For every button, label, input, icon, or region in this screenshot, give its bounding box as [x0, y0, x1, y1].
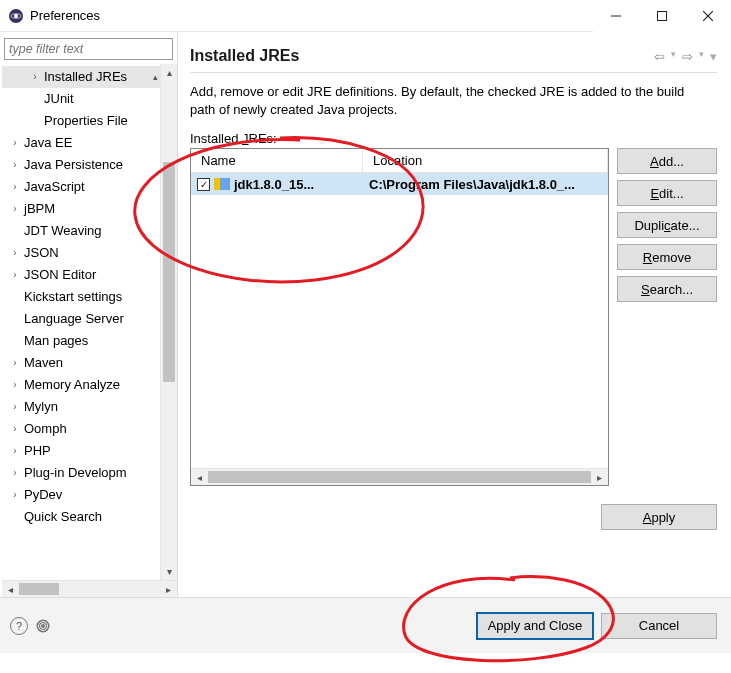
section-label: Installed JREs: — [190, 131, 717, 146]
help-icon[interactable]: ? — [10, 617, 28, 635]
cancel-button[interactable]: Cancel — [601, 613, 717, 639]
table-row[interactable]: ✓ jdk1.8.0_15... C:\Program Files\Java\j… — [191, 173, 608, 195]
scroll-thumb[interactable] — [208, 471, 591, 483]
tree-item-label: Oomph — [20, 418, 71, 440]
tree-item[interactable]: ›Maven — [2, 352, 160, 374]
svg-point-2 — [14, 14, 18, 18]
expand-caret-icon[interactable]: › — [10, 264, 20, 286]
tree-item[interactable]: ›PHP — [2, 440, 160, 462]
scroll-left-icon[interactable]: ◂ — [191, 472, 208, 483]
sidebar-hscrollbar[interactable]: ◂ ▸ — [2, 580, 177, 597]
expand-caret-icon[interactable]: › — [30, 66, 40, 88]
column-location[interactable]: Location — [363, 149, 608, 173]
scroll-right-icon[interactable]: ▸ — [160, 584, 177, 595]
tree-item-label: JSON — [20, 242, 63, 264]
tree-item[interactable]: Quick Search — [2, 506, 160, 528]
expand-caret-icon[interactable]: › — [10, 198, 20, 220]
tree-item-label: jBPM — [20, 198, 59, 220]
title-bar: Preferences — [0, 0, 731, 32]
nav-arrows: ⇦▾ ⇨▾ ▾ — [654, 49, 717, 64]
tree-item-label: Kickstart settings — [20, 286, 126, 308]
app-icon — [8, 8, 24, 24]
jre-name: jdk1.8.0_15... — [234, 177, 314, 192]
scroll-right-icon[interactable]: ▸ — [591, 472, 608, 483]
tree-item-label: JavaScript — [20, 176, 89, 198]
tree-item[interactable]: ›jBPM — [2, 198, 160, 220]
window-title: Preferences — [30, 8, 100, 23]
table-hscrollbar[interactable]: ◂ ▸ — [191, 468, 608, 485]
tree-item-label: Memory Analyze — [20, 374, 124, 396]
tree-item[interactable]: Man pages — [2, 330, 160, 352]
table-header: Name Location — [191, 149, 608, 173]
jdk-icon — [214, 178, 230, 190]
filter-input[interactable] — [4, 38, 173, 60]
tree-item-label: Java EE — [20, 132, 76, 154]
close-button[interactable] — [685, 0, 731, 32]
tree-item[interactable]: ›Installed JREs▴ — [2, 66, 160, 88]
search-button[interactable]: Search... — [617, 276, 717, 302]
expand-caret-icon[interactable]: › — [10, 418, 20, 440]
tree-item-label: PHP — [20, 440, 55, 462]
tree-item[interactable]: JUnit — [2, 88, 160, 110]
tree-item-label: JSON Editor — [20, 264, 100, 286]
back-icon[interactable]: ⇦ — [654, 49, 665, 64]
minimize-button[interactable] — [593, 0, 639, 32]
tree-item[interactable]: ›JSON Editor — [2, 264, 160, 286]
tree-item[interactable]: ›PyDev — [2, 484, 160, 506]
preferences-tree[interactable]: ›Installed JREs▴JUnitProperties File›Jav… — [2, 64, 160, 580]
tree-item-label: Language Server — [20, 308, 128, 330]
tree-item[interactable]: ›Java Persistence — [2, 154, 160, 176]
tree-item[interactable]: Language Server — [2, 308, 160, 330]
expand-caret-icon[interactable]: › — [10, 396, 20, 418]
expand-caret-icon[interactable]: › — [10, 242, 20, 264]
maximize-button[interactable] — [639, 0, 685, 32]
expand-caret-icon[interactable]: › — [10, 374, 20, 396]
checkbox[interactable]: ✓ — [197, 178, 210, 191]
menu-icon[interactable]: ▾ — [710, 49, 717, 64]
page-title: Installed JREs — [190, 47, 299, 65]
edit-button[interactable]: Edit... — [617, 180, 717, 206]
import-export-icon[interactable] — [38, 621, 48, 631]
column-name[interactable]: Name — [191, 149, 363, 173]
expand-caret-icon[interactable]: › — [10, 176, 20, 198]
sidebar: ›Installed JREs▴JUnitProperties File›Jav… — [0, 32, 178, 597]
tree-item[interactable]: ›JSON — [2, 242, 160, 264]
expand-caret-icon[interactable]: › — [10, 484, 20, 506]
tree-item[interactable]: ›Oomph — [2, 418, 160, 440]
tree-item[interactable]: Properties File — [2, 110, 160, 132]
jre-table[interactable]: Name Location ✓ jdk1.8.0_15... C:\Progra… — [190, 148, 609, 486]
remove-button[interactable]: Remove — [617, 244, 717, 270]
scroll-down-icon[interactable]: ▾ — [161, 563, 177, 580]
expand-caret-icon[interactable]: › — [10, 352, 20, 374]
tree-item[interactable]: ›Mylyn — [2, 396, 160, 418]
sort-up-icon: ▴ — [153, 66, 158, 88]
expand-caret-icon[interactable]: › — [10, 132, 20, 154]
apply-button[interactable]: Apply — [601, 504, 717, 530]
expand-caret-icon[interactable]: › — [10, 462, 20, 484]
tree-item-label: Man pages — [20, 330, 92, 352]
tree-item[interactable]: JDT Weaving — [2, 220, 160, 242]
jre-location: C:\Program Files\Java\jdk1.8.0_... — [363, 177, 608, 192]
add-button[interactable]: Add... — [617, 148, 717, 174]
tree-item[interactable]: ›JavaScript — [2, 176, 160, 198]
expand-caret-icon[interactable]: › — [10, 440, 20, 462]
scroll-thumb[interactable] — [163, 162, 175, 382]
forward-icon[interactable]: ⇨ — [682, 49, 693, 64]
tree-item-label: Installed JREs — [40, 66, 131, 88]
svg-rect-4 — [658, 11, 667, 20]
sidebar-vscrollbar[interactable]: ▴ ▾ — [160, 64, 177, 580]
tree-item-label: Java Persistence — [20, 154, 127, 176]
bottom-bar: ? Apply and Close Cancel — [0, 597, 731, 653]
scroll-up-icon[interactable]: ▴ — [161, 64, 177, 81]
tree-item-label: Properties File — [40, 110, 132, 132]
apply-and-close-button[interactable]: Apply and Close — [477, 613, 593, 639]
tree-item[interactable]: ›Plug-in Developm — [2, 462, 160, 484]
tree-item[interactable]: Kickstart settings — [2, 286, 160, 308]
scroll-thumb[interactable] — [19, 583, 59, 595]
duplicate-button[interactable]: Duplicate... — [617, 212, 717, 238]
scroll-left-icon[interactable]: ◂ — [2, 584, 19, 595]
tree-item[interactable]: ›Java EE — [2, 132, 160, 154]
tree-item[interactable]: ›Memory Analyze — [2, 374, 160, 396]
tree-item-label: Maven — [20, 352, 67, 374]
expand-caret-icon[interactable]: › — [10, 154, 20, 176]
